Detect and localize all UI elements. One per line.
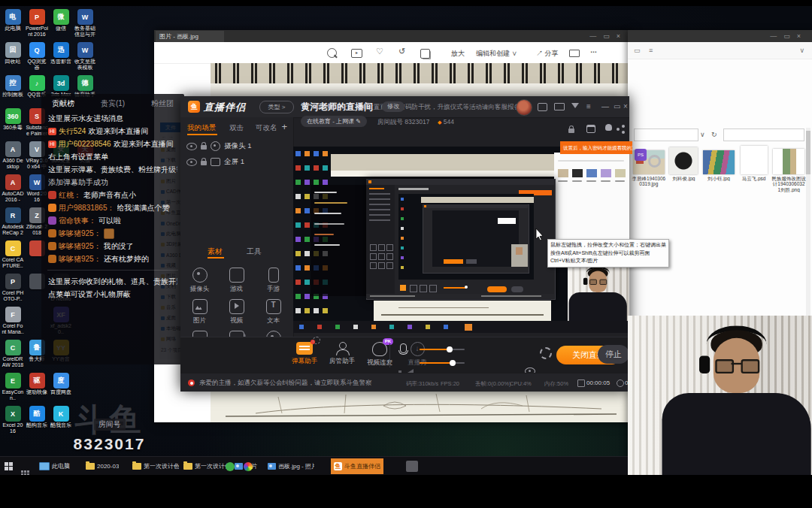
- dock-tab-弹幕助手[interactable]: 弹幕助手: [286, 342, 323, 366]
- chat-tab-贡献榜[interactable]: 贡献榜: [52, 98, 74, 109]
- minimize-icon[interactable]: —: [601, 102, 609, 110]
- filter-funnel-icon[interactable]: [571, 103, 579, 108]
- desktop-icon-迅雷影音[interactable]: 迅迅雷影音: [50, 42, 72, 65]
- visibility-eye-icon[interactable]: [186, 159, 197, 166]
- mic-volume-slider[interactable]: [420, 349, 465, 350]
- rotate-icon[interactable]: ↺: [398, 47, 405, 56]
- maximize-icon[interactable]: ▭: [783, 32, 797, 40]
- settings-gear-icon[interactable]: [540, 347, 552, 359]
- desktop-icon-微信[interactable]: 微微信: [50, 9, 72, 32]
- photos-tab[interactable]: 图片 - 画板.jpg: [156, 31, 224, 42]
- explorer-file-刘科俊.jpg[interactable]: 刘科俊.jpg: [667, 144, 701, 234]
- user-avatar[interactable]: [516, 99, 532, 116]
- panel-tab-工具[interactable]: 工具: [247, 246, 262, 257]
- crop-icon[interactable]: [420, 49, 430, 59]
- edit-room-button[interactable]: 修改: [382, 101, 404, 112]
- desktop-icon-AutoCAD 2016 - 简..[interactable]: AAutoCAD 2016 - 简..: [2, 174, 24, 203]
- ribbon-pane-icon[interactable]: ▭: [634, 47, 641, 54]
- chat-tab-粉丝团[interactable]: 粉丝团: [151, 98, 174, 109]
- room-lock-icon[interactable]: [568, 129, 574, 133]
- explorer-titlebar[interactable]: —▭×: [628, 30, 812, 42]
- scene-tab-我的场景[interactable]: 我的场景: [187, 123, 216, 133]
- stream-type-button[interactable]: 类型 >: [259, 101, 294, 113]
- explorer-file-刘小钰.jpg[interactable]: 刘小钰.jpg: [701, 144, 736, 234]
- desktop-icon-A360 Desktop[interactable]: AA360 Desktop: [2, 141, 24, 170]
- category-pill[interactable]: 在线教育 - 上网课 ✎: [301, 116, 367, 127]
- gift-panel-icon[interactable]: [586, 125, 595, 133]
- menu-icon[interactable]: ≡: [586, 102, 591, 110]
- close-icon[interactable]: ×: [617, 32, 627, 40]
- dock-tab-房管助手[interactable]: 房管助手: [323, 342, 361, 366]
- start-button[interactable]: [5, 462, 13, 470]
- desktop-icon-Autodesk ReCap 2016[interactable]: RAutodesk ReCap 2016: [2, 207, 24, 236]
- share-icon[interactable]: [622, 125, 625, 128]
- device-monitor-icon[interactable]: [554, 103, 565, 110]
- desktop-icon-回收站[interactable]: 回回收站: [2, 42, 24, 65]
- speaker-volume-slider[interactable]: [420, 362, 465, 364]
- photos-zoom-label[interactable]: 放大: [451, 49, 465, 59]
- scene-tab-可改名[interactable]: 可改名: [256, 123, 277, 133]
- material-文本[interactable]: 文本: [255, 299, 292, 325]
- ribbon-collapse-icon[interactable]: ∨: [799, 47, 804, 54]
- desktop-icon-QQ浏览器[interactable]: QQQ浏览器: [26, 42, 48, 71]
- minimize-icon[interactable]: —: [770, 32, 783, 40]
- more-options-icon[interactable]: …: [590, 47, 597, 54]
- explorer-file-马云飞.psd[interactable]: PS马云飞.psd: [737, 144, 771, 234]
- lock-icon[interactable]: [201, 161, 207, 165]
- pip-icon[interactable]: [538, 103, 547, 111]
- desktop-icon-此电脑[interactable]: 电此电脑: [2, 9, 24, 32]
- desktop-icon-收文呈批表模板[interactable]: W收文呈批表模板: [74, 42, 96, 71]
- password-banner[interactable]: 设置后，输入密码才能观看我的直播 X: [560, 141, 632, 154]
- minimize-icon[interactable]: —: [589, 32, 603, 40]
- desktop-icon-360杀毒[interactable]: 360360杀毒: [2, 108, 24, 131]
- taskbar-item-此电脑[interactable]: 此电脑: [36, 458, 73, 474]
- slideshow-icon[interactable]: ▸: [351, 49, 362, 58]
- photos-edit-create-label[interactable]: 编辑和创建 ∨: [476, 49, 517, 59]
- scene-tab-双击[interactable]: 双击: [229, 123, 244, 133]
- maximize-icon[interactable]: ▭: [603, 32, 617, 40]
- chat-tab-贵宾(1)[interactable]: 贵宾(1): [101, 98, 125, 109]
- material-摄像头[interactable]: 摄像头: [181, 268, 218, 294]
- photos-titlebar[interactable]: 图片 - 画板.jpg —▭×: [154, 30, 632, 42]
- taskbar-item-第一次设计色彩作业[interactable]: 第一次设计色彩作业: [129, 458, 182, 474]
- ribbon-list-icon[interactable]: ≡: [649, 47, 653, 54]
- add-scene-button[interactable]: +: [281, 121, 287, 132]
- source-row-摄像头 1[interactable]: 摄像头 1: [180, 138, 293, 154]
- desktop-icon-Corel Font Mana..[interactable]: FCorel Font Mana..: [2, 307, 24, 335]
- desktop-icon-Corel PHOTO-P..[interactable]: PCorel PHOTO-P..: [2, 274, 24, 302]
- visibility-eye-icon[interactable]: [186, 143, 197, 150]
- color-wheel-icon[interactable]: [244, 462, 253, 471]
- desktop-icon-控制面板[interactable]: 控控制面板: [2, 75, 24, 98]
- green-circle-icon[interactable]: [226, 462, 235, 471]
- desktop-icon-EasyConn..[interactable]: EEasyConn..: [2, 373, 24, 401]
- dock-tab-视频连麦[interactable]: PK视频连麦: [361, 342, 398, 367]
- refresh-icon[interactable]: ↻: [711, 131, 717, 138]
- desktop-icon-CorelDRAW 2018 (64-..[interactable]: CCorelDRAW 2018 (64-..: [2, 340, 24, 368]
- material-图片[interactable]: 图片: [181, 299, 218, 325]
- scrollbar-thumb[interactable]: [806, 131, 810, 174]
- bell-icon[interactable]: [605, 124, 612, 131]
- close-icon[interactable]: ×: [623, 102, 628, 110]
- desktop-icon-驱动映像[interactable]: 驱驱动映像: [26, 373, 48, 395]
- search-input[interactable]: [723, 129, 804, 141]
- desktop-icon-百度网盘[interactable]: 度百度网盘: [50, 373, 72, 395]
- stop-button[interactable]: 停止: [598, 345, 629, 364]
- print-icon[interactable]: [569, 50, 580, 57]
- explorer-file-民族服饰改图设计19403060321刘胜.png[interactable]: 民族服饰改图设计19403060321刘胜.png: [771, 144, 806, 234]
- taskbar-item-2020-03[interactable]: 2020-03: [83, 458, 122, 474]
- explorer-window-controls[interactable]: —▭×: [770, 32, 807, 40]
- material-手游[interactable]: 手游: [255, 268, 292, 294]
- close-icon[interactable]: ×: [797, 32, 807, 40]
- desktop-icon-Excel 2016[interactable]: XExcel 2016: [2, 406, 24, 434]
- microphone-icon[interactable]: [400, 343, 407, 353]
- desktop-icon-教务基础信息与开课情况[interactable]: W教务基础信息与开课情况: [74, 9, 96, 38]
- material-视频[interactable]: 视频: [218, 299, 255, 325]
- app-titlebar[interactable]: 鱼 直播伴侣 类型 > 保障上课纪律，请设置直播间密码防干扰，升旗仪式等活动请向…: [180, 96, 629, 118]
- photos-share-label[interactable]: ↗ 分享: [536, 49, 559, 59]
- taskbar-item-画板.jpg - 照片[interactable]: 画板.jpg - 照片: [265, 458, 317, 474]
- maximize-icon[interactable]: ▭: [614, 102, 620, 110]
- taskbar-item-斗鱼直播伴侣[interactable]: 鱼斗鱼直播伴侣: [331, 458, 383, 474]
- favorite-heart-icon[interactable]: ♡: [376, 47, 383, 56]
- photos-window-controls[interactable]: —▭×: [589, 32, 627, 40]
- address-bar[interactable]: [634, 129, 698, 141]
